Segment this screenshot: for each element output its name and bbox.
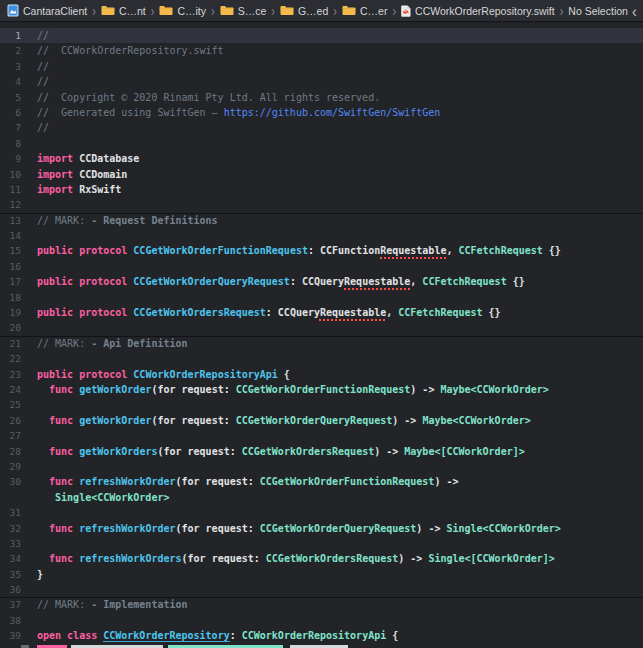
line-number[interactable]: 21 — [0, 336, 30, 351]
line-number[interactable]: 3 — [0, 59, 30, 74]
line-number[interactable]: 39 — [0, 628, 30, 643]
code-row[interactable]: 23public protocol CCWorkOrderRepositoryA… — [0, 367, 643, 382]
breadcrumb-separator-icon: › — [91, 3, 97, 18]
line-number[interactable]: 1 — [0, 28, 30, 43]
breadcrumb-item-folder[interactable]: C…er — [342, 5, 387, 17]
code-row[interactable]: 2// CCWorkOrderRepository.swift — [0, 43, 643, 58]
line-number[interactable]: 10 — [0, 167, 30, 182]
code-row[interactable]: 3// — [0, 59, 643, 74]
line-number[interactable]: 28 — [0, 444, 30, 459]
code-row[interactable]: 17public protocol CCGetWorkOrderQueryReq… — [0, 274, 643, 289]
line-number[interactable]: 14 — [0, 228, 30, 243]
line-number[interactable]: 29 — [0, 459, 30, 474]
line-number[interactable]: 12 — [0, 197, 30, 212]
code-row[interactable]: 19public protocol CCGetWorkOrdersRequest… — [0, 305, 643, 320]
line-number[interactable]: 9 — [0, 151, 30, 166]
line-number[interactable]: 30 — [0, 474, 30, 489]
breadcrumb-label: CantaraClient — [23, 5, 87, 17]
code-line-text: // MARK: - Implementation — [30, 597, 188, 612]
code-row[interactable]: 25 — [0, 397, 643, 412]
code-row[interactable]: 13// MARK: - Request Definitions — [0, 213, 643, 228]
code-row[interactable]: 11import RxSwift — [0, 182, 643, 197]
breadcrumb-item-folder[interactable]: S…ce — [220, 5, 267, 17]
line-number[interactable]: 27 — [0, 428, 30, 443]
line-number[interactable]: 23 — [0, 367, 30, 382]
collapse-chevron-icon[interactable]: ‹ — [632, 2, 637, 18]
code-row[interactable]: 36 — [0, 582, 643, 597]
code-row[interactable]: 39open class CCWorkOrderRepository: CCWo… — [0, 628, 643, 643]
line-number[interactable]: 20 — [0, 320, 30, 335]
line-number[interactable]: 38 — [0, 613, 30, 628]
code-row[interactable]: 10import CCDomain — [0, 167, 643, 182]
line-number[interactable]: 8 — [0, 136, 30, 151]
line-number[interactable] — [0, 490, 30, 505]
line-number[interactable]: 26 — [0, 413, 30, 428]
line-number[interactable]: 13 — [0, 213, 30, 228]
code-row[interactable]: 22 — [0, 351, 643, 366]
code-row[interactable]: 15public protocol CCGetWorkOrderFunction… — [0, 243, 643, 258]
code-row[interactable]: 24 func getWorkOrder(for request: CCGetW… — [0, 382, 643, 397]
line-number[interactable]: 25 — [0, 397, 30, 412]
code-row[interactable]: 8 — [0, 136, 643, 151]
line-number[interactable]: 32 — [0, 521, 30, 536]
line-number[interactable]: 17 — [0, 274, 30, 289]
breadcrumb-item-folder[interactable]: G…ed — [280, 5, 328, 17]
line-number[interactable]: 36 — [0, 582, 30, 597]
code-row[interactable]: 35} — [0, 567, 643, 582]
line-number[interactable]: 22 — [0, 351, 30, 366]
code-line-text — [30, 505, 37, 520]
code-row[interactable]: 20 — [0, 320, 643, 335]
folder-icon — [280, 5, 294, 16]
breadcrumb-item-no-selection[interactable]: No Selection — [568, 5, 628, 17]
line-number[interactable]: 37 — [0, 597, 30, 612]
code-row[interactable]: 1// — [0, 28, 643, 43]
line-number[interactable]: 18 — [0, 290, 30, 305]
code-row[interactable]: 38 — [0, 613, 643, 628]
code-row[interactable]: 12 — [0, 197, 643, 212]
line-number[interactable]: 4 — [0, 74, 30, 89]
line-number[interactable]: 11 — [0, 182, 30, 197]
line-number[interactable]: 33 — [0, 536, 30, 551]
code-row-wrapped[interactable]: Single<CCWorkOrder> — [0, 490, 643, 505]
line-number[interactable]: 16 — [0, 259, 30, 274]
code-line-text: } — [30, 567, 43, 582]
code-line-text: // — [30, 74, 49, 89]
code-row[interactable]: 21// MARK: - Api Definition — [0, 336, 643, 351]
line-number[interactable]: 5 — [0, 90, 30, 105]
code-row[interactable]: 34 func refreshWorkOrders(for request: C… — [0, 551, 643, 566]
line-number[interactable]: 24 — [0, 382, 30, 397]
breadcrumb-item-folder[interactable]: C…nt — [101, 5, 146, 17]
code-row[interactable]: 7// — [0, 120, 643, 135]
code-row[interactable]: 29 — [0, 459, 643, 474]
code-line-text: func getWorkOrders(for request: CCGetWor… — [30, 444, 525, 459]
code-row[interactable]: 26 func getWorkOrder(for request: CCGetW… — [0, 413, 643, 428]
code-row[interactable]: 31 — [0, 505, 643, 520]
line-number[interactable]: 19 — [0, 305, 30, 320]
code-row[interactable]: 18 — [0, 290, 643, 305]
code-row[interactable]: 5// Copyright © 2020 Rinami Pty Ltd. All… — [0, 90, 643, 105]
line-number[interactable]: 2 — [0, 43, 30, 58]
code-row[interactable]: 16 — [0, 259, 643, 274]
breadcrumb-item-folder[interactable]: C…ity — [159, 5, 206, 17]
code-row[interactable]: 27 — [0, 428, 643, 443]
line-number[interactable]: 31 — [0, 505, 30, 520]
code-editor[interactable]: 1//2// CCWorkOrderRepository.swift3//4//… — [0, 23, 643, 648]
code-row[interactable]: 4// — [0, 74, 643, 89]
line-number[interactable]: 7 — [0, 120, 30, 135]
line-number[interactable]: 34 — [0, 551, 30, 566]
line-number[interactable]: 6 — [0, 105, 30, 120]
code-row[interactable]: 9import CCDatabase — [0, 151, 643, 166]
code-row[interactable]: 37// MARK: - Implementation — [0, 597, 643, 612]
code-line-text — [30, 428, 37, 443]
line-number[interactable]: 15 — [0, 243, 30, 258]
code-line-text: // MARK: - Request Definitions — [30, 213, 218, 228]
code-row[interactable]: 6// Generated using SwiftGen — https://g… — [0, 105, 643, 120]
code-row[interactable]: 28 func getWorkOrders(for request: CCGet… — [0, 444, 643, 459]
breadcrumb-item-file[interactable]: CCWorkOrderRepository.swift — [401, 5, 555, 17]
code-row[interactable]: 32 func refreshWorkOrder(for request: CC… — [0, 521, 643, 536]
line-number[interactable]: 35 — [0, 567, 30, 582]
code-row[interactable]: 30 func refreshWorkOrder(for request: CC… — [0, 474, 643, 489]
code-row[interactable]: 14 — [0, 228, 643, 243]
code-row[interactable]: 33 — [0, 536, 643, 551]
breadcrumb-item-project[interactable]: CantaraClient — [7, 4, 87, 17]
